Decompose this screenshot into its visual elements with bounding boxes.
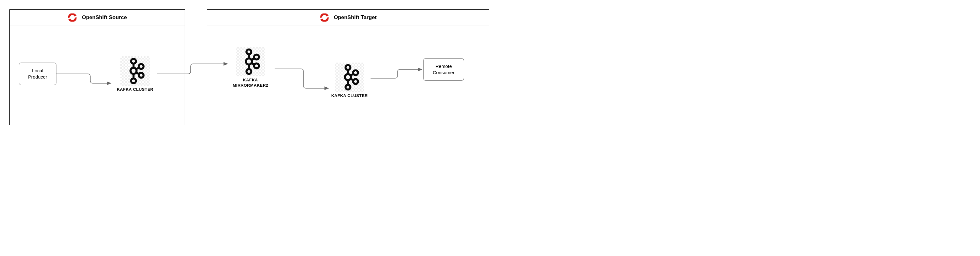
openshift-icon [320,13,329,22]
source-kafka-cluster: KAFKA CLUSTER [111,56,159,92]
svg-point-11 [139,64,143,69]
kafka-icon [120,56,150,86]
svg-line-34 [350,79,354,80]
svg-point-26 [345,65,350,70]
svg-point-9 [130,68,136,74]
svg-line-25 [251,63,255,65]
svg-point-20 [254,55,259,60]
source-kafka-label: KAFKA CLUSTER [111,87,159,92]
target-title: OpenShift Target [334,14,377,21]
mirrormaker-block: KAFKA MIRRORMAKER2 [224,47,277,88]
source-header: OpenShift Source [10,10,185,25]
svg-point-18 [246,58,252,65]
svg-point-7 [321,14,328,21]
svg-point-30 [353,79,358,84]
remote-consumer-label: Remote Consumer [433,63,454,76]
target-kafka-label: KAFKA CLUSTER [326,93,373,99]
source-title: OpenShift Source [82,14,127,21]
svg-point-8 [131,59,136,63]
svg-point-12 [139,73,143,77]
mirrormaker-label: KAFKA MIRRORMAKER2 [224,77,277,88]
kafka-icon [335,63,364,92]
svg-line-15 [136,68,139,69]
local-producer-box: Local Producer [19,63,56,85]
target-header: OpenShift Target [207,10,489,25]
svg-line-16 [136,72,139,74]
svg-line-24 [251,58,255,60]
diagram-canvas: OpenShift Source OpenShift Target [6,6,496,134]
openshift-icon [67,13,78,22]
svg-point-29 [353,70,358,75]
svg-line-33 [350,74,354,76]
kafka-icon [236,47,265,76]
svg-point-19 [247,69,251,74]
svg-point-10 [131,79,136,83]
local-producer-label: Local Producer [28,68,47,81]
svg-point-17 [247,49,251,54]
remote-consumer-box: Remote Consumer [423,58,464,81]
svg-point-27 [345,74,351,80]
target-kafka-cluster: KAFKA CLUSTER [326,63,373,99]
svg-point-28 [345,85,350,90]
svg-point-21 [254,63,259,68]
svg-point-3 [69,14,76,21]
